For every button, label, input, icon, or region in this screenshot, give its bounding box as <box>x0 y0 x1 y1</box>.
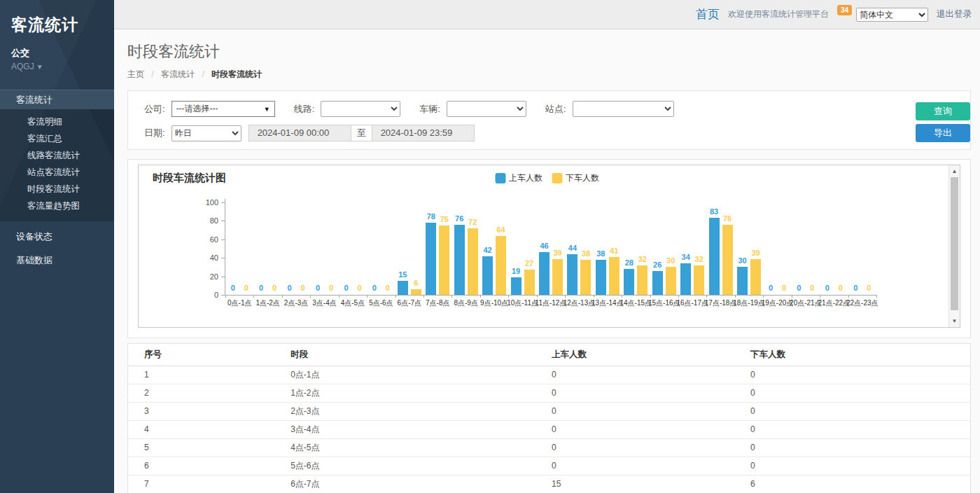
bar-value-label: 30 <box>732 256 753 265</box>
table-row: 54点-5点00 <box>128 438 970 457</box>
filter-row-2: 日期: 昨日 2024-01-09 00:00 至 2024-01-09 23:… <box>144 125 970 141</box>
sidebar-item-period-stats[interactable]: 时段客流统计 <box>0 181 114 197</box>
vehicle-select[interactable] <box>447 101 526 117</box>
y-tick-label: 40 <box>196 254 218 262</box>
cell-boarding: 0 <box>552 402 750 420</box>
chart-title: 时段车流统计图 <box>153 172 226 185</box>
cell-boarding: 0 <box>552 420 750 438</box>
breadcrumb-passenger-stats[interactable]: 客流统计 <box>161 69 195 79</box>
cell-period: 3点-4点 <box>290 420 552 438</box>
table-header-row: 序号 时段 上车人数 下车人数 <box>128 344 970 366</box>
vehicle-label: 车辆: <box>419 103 440 116</box>
y-tick-mark <box>221 239 225 240</box>
org-code-dropdown[interactable]: AQGJ▼ <box>0 60 114 71</box>
table-row: 32点-3点00 <box>128 402 970 420</box>
query-button[interactable]: 查询 <box>916 102 970 120</box>
legend-item[interactable]: 上车人数 <box>495 172 542 184</box>
logout-link[interactable]: 退出登录 <box>937 8 972 20</box>
x-tick-mark <box>310 295 311 298</box>
breadcrumb-separator: / <box>202 69 204 79</box>
scroll-up-icon[interactable]: ▲ <box>949 166 960 176</box>
sidebar-item-line-stats[interactable]: 线路客流统计 <box>0 147 114 164</box>
x-tick-mark <box>735 295 736 298</box>
chart-scrollbar[interactable]: ▲ ▼ <box>948 165 960 327</box>
cell-index: 4 <box>128 420 290 438</box>
breadcrumb-current: 时段客流统计 <box>211 69 262 79</box>
sidebar-item-base-data[interactable]: 基础数据 <box>0 251 114 270</box>
cell-index: 1 <box>128 366 290 384</box>
date-to-input[interactable]: 2024-01-09 23:59 <box>372 125 475 141</box>
x-tick-mark <box>424 295 424 298</box>
line-select[interactable] <box>321 101 400 117</box>
y-tick-mark <box>221 202 225 203</box>
language-select[interactable]: 简体中文 <box>856 8 928 22</box>
chart-bar <box>511 277 522 295</box>
station-select[interactable] <box>573 101 674 117</box>
x-tick-mark <box>282 295 283 298</box>
x-tick-mark <box>253 295 254 298</box>
chart-legend: 上车人数下车人数 <box>495 172 599 184</box>
sidebar-item-station-stats[interactable]: 站点客流统计 <box>0 164 114 181</box>
sidebar-item-passenger-summary[interactable]: 客流汇总 <box>0 130 114 147</box>
table-row: 10点-1点00 <box>128 366 970 384</box>
legend-item[interactable]: 下车人数 <box>552 172 599 184</box>
y-tick-label: 80 <box>196 216 218 225</box>
line-label: 线路: <box>294 103 315 116</box>
bar-chart: 020406080100000点-1点001点-2点002点-3点003点-4点… <box>225 202 876 295</box>
bar-value-label: 19 <box>505 267 526 275</box>
page-title: 时段客流统计 <box>127 41 980 62</box>
breadcrumb: 主页 / 客流统计 / 时段客流统计 <box>127 69 980 81</box>
notification-badge[interactable]: 34 <box>837 5 852 15</box>
x-tick-mark <box>678 295 679 298</box>
date-range: 2024-01-09 00:00 至 2024-01-09 23:59 <box>248 125 475 141</box>
y-tick-label: 20 <box>196 272 218 281</box>
cell-alighting: 0 <box>750 402 970 420</box>
chart-bar <box>426 223 436 295</box>
x-tick-mark <box>225 295 226 298</box>
cell-alighting: 0 <box>750 366 970 384</box>
sidebar-item-passenger-stats[interactable]: 客流统计 <box>0 90 114 109</box>
x-tick-mark <box>848 295 849 298</box>
date-range-separator: 至 <box>351 125 372 141</box>
chart-bar <box>596 260 606 295</box>
cell-boarding: 0 <box>552 366 750 384</box>
org-name: 公交 <box>0 36 114 60</box>
sidebar-item-passenger-detail[interactable]: 客流明细 <box>0 113 114 130</box>
breadcrumb-home[interactable]: 主页 <box>127 69 144 79</box>
x-axis-label: 22点-23点 <box>841 298 884 308</box>
cell-period: 1点-2点 <box>290 384 552 402</box>
x-tick-mark <box>339 295 340 298</box>
date-label: 日期: <box>144 127 165 139</box>
scrollbar-thumb[interactable] <box>951 177 958 310</box>
export-button[interactable]: 导出 <box>916 124 970 142</box>
y-tick-label: 60 <box>196 235 218 244</box>
table-row: 76点-7点156 <box>128 475 970 493</box>
company-filter: 公司: ---请选择--- ▼ <box>144 101 275 117</box>
bar-value-label: 42 <box>477 246 498 254</box>
scroll-down-icon[interactable]: ▼ <box>949 316 960 326</box>
chart-bar <box>637 265 648 295</box>
sidebar-item-device-status[interactable]: 设备状态 <box>0 227 114 246</box>
header-period: 时段 <box>290 344 552 366</box>
cell-boarding: 15 <box>552 475 750 493</box>
cell-index: 5 <box>128 438 290 457</box>
cell-index: 3 <box>128 402 290 420</box>
vehicle-filter: 车辆: <box>419 101 526 117</box>
bar-value-label: 32 <box>689 255 710 263</box>
chart-bar <box>580 260 591 295</box>
legend-swatch-icon <box>495 173 505 183</box>
company-select[interactable]: ---请选择--- ▼ <box>172 101 275 117</box>
chart-bar <box>680 263 691 295</box>
date-preset-select[interactable]: 昨日 <box>172 125 241 141</box>
x-tick-mark <box>763 295 764 298</box>
x-tick-mark <box>537 295 538 298</box>
cell-period: 2点-3点 <box>290 402 552 420</box>
bar-value-label: 76 <box>717 214 738 223</box>
x-tick-mark <box>792 295 792 298</box>
x-tick-mark <box>876 295 877 298</box>
chart-bar <box>482 256 493 295</box>
date-from-input[interactable]: 2024-01-09 00:00 <box>248 125 351 141</box>
sidebar-item-trend-chart[interactable]: 客流量趋势图 <box>0 197 114 214</box>
dropdown-arrow-icon: ▼ <box>264 106 270 113</box>
home-link[interactable]: 首页 <box>696 6 720 22</box>
